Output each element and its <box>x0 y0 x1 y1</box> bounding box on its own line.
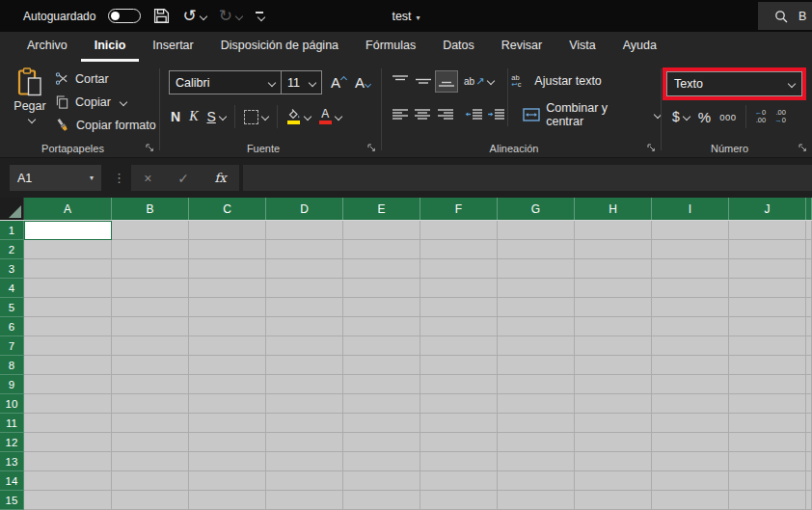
cell-C12[interactable] <box>189 433 266 452</box>
cell-B9[interactable] <box>112 375 189 394</box>
cell-H9[interactable] <box>575 375 652 394</box>
row-header-6[interactable]: 6 <box>0 317 24 336</box>
cell-B15[interactable] <box>112 491 189 510</box>
cell-partial-2[interactable] <box>806 240 812 259</box>
cell-partial-3[interactable] <box>806 259 812 279</box>
row-header-9[interactable]: 9 <box>0 375 24 394</box>
row-header-13[interactable]: 13 <box>0 452 24 471</box>
cell-F11[interactable] <box>420 414 498 433</box>
cell-C2[interactable] <box>189 240 266 259</box>
cell-I1[interactable] <box>652 221 729 240</box>
cell-H2[interactable] <box>575 240 652 259</box>
cell-D5[interactable] <box>266 298 343 317</box>
cell-H14[interactable] <box>575 471 652 491</box>
cell-F3[interactable] <box>420 259 498 279</box>
increase-decimal-button[interactable]: ←0 .00 <box>755 109 767 124</box>
select-all-corner[interactable] <box>0 198 24 220</box>
cell-E11[interactable] <box>343 414 420 433</box>
paste-dropdown-icon[interactable] <box>28 116 36 123</box>
merge-center-button[interactable]: Combinar y centrar <box>523 101 661 128</box>
cell-I3[interactable] <box>652 259 729 279</box>
wrap-text-button[interactable]: ab ↩c Ajustar texto <box>511 74 601 88</box>
cell-C14[interactable] <box>189 471 266 491</box>
cell-C5[interactable] <box>189 298 266 317</box>
cell-H15[interactable] <box>575 491 652 510</box>
cell-G14[interactable] <box>498 471 575 491</box>
cell-J2[interactable] <box>729 240 806 259</box>
cell-I10[interactable] <box>652 394 729 414</box>
font-dialog-launcher-icon[interactable] <box>367 144 376 152</box>
copy-dropdown-icon[interactable] <box>120 97 127 105</box>
cell-J4[interactable] <box>729 279 806 298</box>
number-format-combo[interactable]: Texto <box>666 71 802 96</box>
row-header-2[interactable]: 2 <box>0 240 24 259</box>
cell-E1[interactable] <box>343 221 420 240</box>
cell-J8[interactable] <box>729 356 806 375</box>
cell-F4[interactable] <box>420 279 498 298</box>
cell-F5[interactable] <box>420 298 498 317</box>
column-header-H[interactable]: H <box>575 198 652 220</box>
cell-D4[interactable] <box>266 279 343 298</box>
cell-H11[interactable] <box>575 414 652 433</box>
cell-A15[interactable] <box>24 491 112 510</box>
cell-D3[interactable] <box>266 259 343 279</box>
cell-partial-13[interactable] <box>806 452 812 471</box>
orientation-button[interactable]: ab↗ <box>464 75 494 88</box>
cell-H1[interactable] <box>575 221 652 240</box>
cell-F12[interactable] <box>420 433 498 452</box>
cell-F1[interactable] <box>420 221 498 240</box>
cell-F9[interactable] <box>420 375 498 394</box>
cell-H8[interactable] <box>575 356 652 375</box>
cell-C9[interactable] <box>189 375 266 394</box>
align-middle-button[interactable] <box>412 70 435 93</box>
cell-G10[interactable] <box>498 394 575 414</box>
cell-G6[interactable] <box>498 317 575 336</box>
cell-J6[interactable] <box>729 317 806 336</box>
cell-F13[interactable] <box>420 452 498 471</box>
paste-button[interactable]: Pegar <box>8 67 52 141</box>
row-header-8[interactable]: 8 <box>0 356 24 375</box>
cell-E6[interactable] <box>343 317 420 336</box>
cell-C3[interactable] <box>189 259 266 279</box>
formula-bar-dots-icon[interactable]: ⋮ <box>113 171 125 185</box>
cell-I9[interactable] <box>652 375 729 394</box>
column-header-A[interactable]: A <box>24 198 112 220</box>
percent-format-button[interactable]: % <box>698 109 711 125</box>
cell-partial-6[interactable] <box>806 317 812 336</box>
font-size-combo[interactable]: 11 <box>281 70 322 94</box>
column-header-F[interactable]: F <box>420 198 498 220</box>
cell-A14[interactable] <box>24 471 112 491</box>
cell-A9[interactable] <box>24 375 112 394</box>
cell-A12[interactable] <box>24 433 112 452</box>
column-header-E[interactable]: E <box>343 198 420 220</box>
cell-H6[interactable] <box>575 317 652 336</box>
cell-C10[interactable] <box>189 394 266 414</box>
format-painter-button[interactable]: Copiar formato <box>55 115 156 135</box>
name-box[interactable]: A1▾ <box>10 165 101 191</box>
row-header-3[interactable]: 3 <box>0 259 24 279</box>
column-header-D[interactable]: D <box>266 198 343 220</box>
italic-button[interactable]: K <box>189 109 198 124</box>
clipboard-dialog-launcher-icon[interactable] <box>146 144 154 152</box>
cell-I15[interactable] <box>652 491 729 510</box>
alignment-dialog-launcher-icon[interactable] <box>647 144 656 152</box>
cell-F15[interactable] <box>420 491 498 510</box>
cell-E14[interactable] <box>343 471 420 491</box>
cell-D1[interactable] <box>266 221 343 240</box>
cell-E10[interactable] <box>343 394 420 414</box>
decrease-font-size-button[interactable]: A <box>355 74 370 91</box>
cell-E5[interactable] <box>343 298 420 317</box>
cell-G12[interactable] <box>498 433 575 452</box>
cell-E8[interactable] <box>343 356 420 375</box>
cell-F7[interactable] <box>420 336 498 356</box>
customize-toolbar-icon[interactable] <box>255 12 264 20</box>
cell-F14[interactable] <box>420 471 498 491</box>
cell-E4[interactable] <box>343 279 420 298</box>
increase-font-size-button[interactable]: A <box>331 74 346 91</box>
cell-partial-1[interactable] <box>806 221 812 240</box>
cell-D14[interactable] <box>266 471 343 491</box>
column-header-partial[interactable] <box>806 198 812 220</box>
cell-I14[interactable] <box>652 471 729 491</box>
column-header-G[interactable]: G <box>498 198 575 220</box>
thousands-format-button[interactable]: 000 <box>719 112 736 122</box>
